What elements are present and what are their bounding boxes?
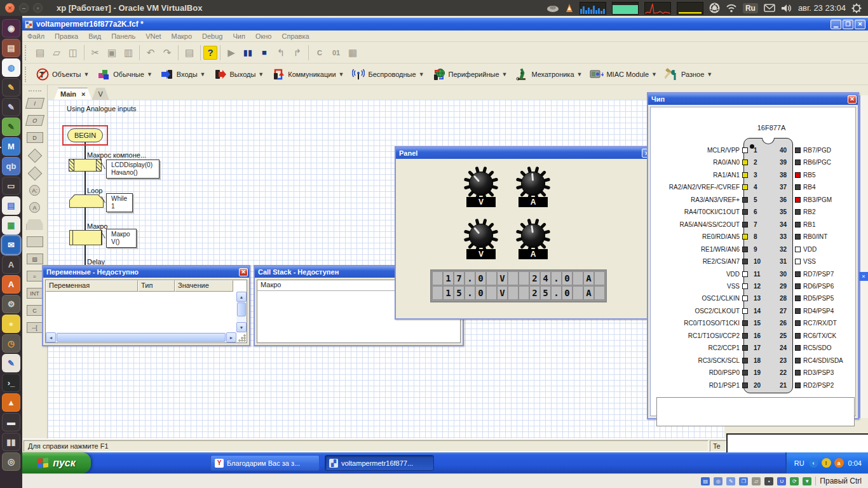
ubuntu-menu-icon[interactable]	[709, 3, 720, 13]
keyboard-capture-icon[interactable]: ▼	[803, 477, 811, 485]
stop-button[interactable]: ■	[256, 44, 273, 61]
toolbar-drag-handle[interactable]	[25, 45, 29, 60]
component-group-miac[interactable]: +MIAC Module▼	[586, 67, 661, 81]
taskbar-task-yandex[interactable]: YБлагодарим Вас за з...	[210, 455, 320, 471]
pin-led[interactable]	[742, 209, 748, 215]
notes-launcher-icon[interactable]: ✎	[2, 354, 20, 372]
macro-note[interactable]: Макро V()	[106, 229, 137, 248]
run-button[interactable]: ▶	[223, 44, 240, 61]
macro-tool[interactable]	[27, 236, 43, 247]
scroll-thumb[interactable]	[237, 302, 246, 316]
connection-point-tool[interactable]: A:	[29, 185, 40, 196]
step-over-button[interactable]: ↱	[289, 44, 306, 61]
pin-led[interactable]	[795, 247, 801, 252]
undo-button[interactable]: ↶	[142, 44, 159, 61]
spreadsheet-launcher-icon[interactable]: ▦	[2, 216, 20, 234]
output-tool[interactable]: O	[25, 115, 44, 126]
menu-панель[interactable]: Панель	[106, 32, 140, 40]
comment-tool[interactable]: --[	[27, 322, 43, 333]
menu-макро[interactable]: Макро	[166, 32, 197, 40]
new-file-button[interactable]: ▤	[32, 44, 48, 61]
optical-disc-icon[interactable]: ◎	[714, 477, 722, 485]
palette-drag-handle[interactable]	[29, 90, 41, 92]
chevron-down-icon[interactable]: ▼	[339, 71, 344, 78]
help-button[interactable]: ?	[203, 46, 217, 60]
network-graph-icon[interactable]	[580, 2, 606, 15]
scanner-launcher-icon[interactable]: ▭	[2, 177, 20, 195]
volume-icon[interactable]	[781, 4, 792, 13]
pin-led[interactable]	[795, 147, 801, 153]
copy-button[interactable]: ▣	[104, 44, 120, 61]
pin-led[interactable]	[742, 247, 748, 252]
macro-call-block[interactable]	[69, 230, 102, 245]
column-header-3[interactable]: Значение	[175, 280, 233, 292]
component-group-inputs[interactable]: Входы▼	[156, 67, 210, 81]
start-button[interactable]: пуск	[22, 452, 91, 473]
component-group-comms[interactable]: Коммуникации▼	[268, 67, 348, 81]
chevron-down-icon[interactable]: ▼	[651, 71, 657, 78]
tab-close-icon[interactable]: ×	[81, 90, 85, 98]
step-into-button[interactable]: ↰	[273, 44, 289, 61]
host-close-button[interactable]: ✕	[5, 3, 15, 13]
display-icon[interactable]: ▪	[764, 477, 773, 485]
disc-launcher-icon[interactable]: ◎	[2, 452, 20, 471]
chevron-down-icon[interactable]: ▼	[419, 71, 424, 78]
pin-led[interactable]	[742, 159, 748, 165]
taskbar-task-flowcode[interactable]: ▞voltampermetr16f877...	[325, 455, 434, 471]
cpu-graph-icon[interactable]	[644, 2, 671, 15]
interrupt-tool[interactable]: INT	[27, 288, 43, 299]
pin-led[interactable]	[795, 320, 801, 326]
flowcode-app-launcher-icon[interactable]: M▸	[2, 137, 20, 156]
power-gear-icon[interactable]	[851, 3, 862, 13]
chevron-down-icon[interactable]: ▼	[200, 71, 206, 78]
component-group-wireless[interactable]: Беспроводные▼	[348, 67, 428, 81]
pencil-tool-launcher-icon[interactable]: ✎	[2, 78, 20, 97]
language-indicator[interactable]: ‹	[809, 458, 818, 468]
image-doc-launcher-icon[interactable]: ▤	[2, 196, 20, 215]
mail-icon[interactable]	[764, 4, 775, 12]
xournal-launcher-icon[interactable]: ✎	[2, 118, 20, 136]
compile-to-c-button[interactable]: C	[311, 44, 328, 61]
print-button[interactable]: ▤	[181, 44, 198, 61]
pin-led[interactable]	[795, 271, 801, 277]
pin-led[interactable]	[742, 234, 748, 240]
dash-launcher-icon[interactable]: ◉	[2, 19, 20, 37]
switch-tool[interactable]	[27, 166, 42, 181]
begin-block[interactable]: BEGIN	[67, 128, 103, 142]
file-archiver-launcher-icon[interactable]: ▤	[2, 39, 20, 57]
window-close-button[interactable]: ✕	[855, 20, 865, 29]
scroll-left-icon[interactable]: ◄	[46, 332, 56, 342]
mouse-indicator-icon[interactable]	[546, 4, 559, 13]
window-minimize-button[interactable]: ▁	[831, 20, 841, 29]
thunderbird-launcher-icon[interactable]: ✉	[2, 236, 20, 254]
component-group-peripheral[interactable]: Периферийные▼	[428, 67, 512, 81]
pin-led[interactable]	[795, 345, 801, 351]
usb-icon[interactable]: U	[777, 477, 786, 485]
component-group-common[interactable]: Обычные▼	[93, 67, 156, 81]
menu-правка[interactable]: Правка	[50, 32, 83, 40]
pin-led[interactable]	[742, 259, 748, 264]
pin-led[interactable]	[795, 370, 801, 376]
decision-tool[interactable]	[27, 149, 42, 163]
tab-v[interactable]: V	[92, 88, 109, 100]
timer-launcher-icon[interactable]: ◷	[2, 334, 20, 353]
column-header-1[interactable]: Переменная	[46, 280, 138, 292]
pin-led[interactable]	[795, 159, 801, 165]
chevron-down-icon[interactable]: ▼	[707, 71, 712, 78]
component-macro-block[interactable]	[69, 159, 102, 172]
pin-led[interactable]	[742, 271, 748, 277]
pause-button[interactable]: ▮▮	[240, 44, 256, 61]
host-maximize-button[interactable]: ▫	[33, 3, 43, 13]
scroll-thumb[interactable]	[57, 333, 226, 342]
save-file-button[interactable]: ◫	[65, 44, 81, 61]
component-group-outputs[interactable]: Выходы▼	[210, 67, 268, 81]
pin-led[interactable]	[795, 295, 801, 301]
wifi-icon[interactable]	[726, 4, 737, 13]
pin-led[interactable]	[742, 333, 748, 339]
pin-led[interactable]	[795, 222, 801, 227]
shared-folder-icon[interactable]: ▱	[752, 477, 761, 485]
variables-vscrollbar[interactable]: ▲ ▼	[236, 292, 247, 332]
loop-note[interactable]: While 1	[106, 193, 133, 212]
redo-button[interactable]: ↷	[159, 44, 175, 61]
pin-led[interactable]	[742, 222, 748, 227]
